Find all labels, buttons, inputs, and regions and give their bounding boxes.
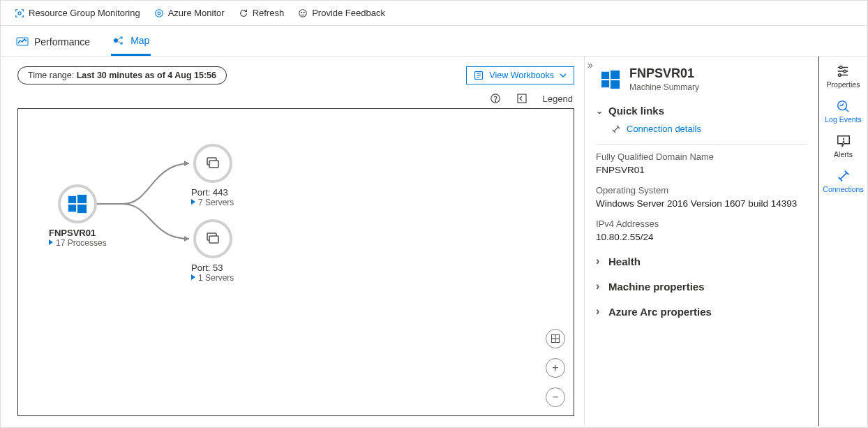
section-title: Quick links	[608, 105, 664, 117]
cmd-label: Provide Feedback	[312, 8, 385, 18]
section-title: Machine properties	[608, 281, 705, 293]
map-area: Time range: Last 30 minutes as of 4 Aug …	[1, 57, 584, 426]
map-node-root[interactable]: FNPSVR01 17 Processes	[49, 184, 107, 248]
refresh-icon	[239, 8, 248, 18]
link-label: Connection details	[627, 124, 701, 134]
label-fqdn: Fully Qualified Domain Name	[596, 152, 807, 162]
cmd-label: Refresh	[253, 8, 285, 18]
collapse-panel-icon[interactable]: »	[588, 59, 593, 71]
cmd-label: Resource Group Monitoring	[29, 8, 140, 18]
svg-point-42	[843, 142, 844, 142]
value-fqdn: FNPSVR01	[596, 165, 807, 175]
svg-rect-29	[601, 71, 609, 78]
svg-rect-30	[611, 70, 620, 78]
workbook-icon	[474, 71, 484, 80]
log-icon	[835, 98, 851, 114]
map-canvas[interactable]: FNPSVR01 17 Processes Port: 443 7 Server…	[17, 108, 574, 416]
rail-label: Properties	[827, 80, 860, 89]
rail-alerts[interactable]: Alerts	[834, 133, 853, 158]
svg-marker-16	[184, 161, 189, 166]
time-range-picker[interactable]: Time range: Last 30 minutes as of 4 Aug …	[17, 66, 227, 84]
cmd-azure-monitor[interactable]: Azure Monitor	[154, 8, 225, 18]
rail-label: Log Events	[825, 115, 862, 124]
svg-rect-18	[68, 196, 76, 203]
value-os: Windows Server 2016 Version 1607 build 1…	[596, 198, 807, 209]
section-machine-properties[interactable]: Machine properties	[596, 280, 807, 293]
performance-icon	[16, 36, 29, 48]
svg-point-3	[299, 9, 307, 17]
workbooks-label: View Workbooks	[489, 71, 554, 80]
legend-label: Legend	[543, 94, 573, 104]
svg-rect-23	[209, 161, 218, 168]
map-node-port-53[interactable]: Port: 53 1 Servers	[191, 219, 234, 283]
node-sub: 17 Processes	[49, 238, 107, 248]
node-title: Port: 443	[191, 187, 234, 198]
rail-log-events[interactable]: Log Events	[825, 98, 862, 124]
alert-icon	[836, 133, 851, 149]
map-zoom-controls: + −	[546, 329, 565, 407]
connection-icon	[611, 124, 621, 134]
svg-line-10	[118, 38, 121, 40]
zoom-fit-button[interactable]	[546, 329, 565, 348]
section-title: Health	[608, 256, 641, 267]
tab-performance[interactable]: Performance	[15, 33, 91, 55]
svg-rect-21	[77, 205, 87, 213]
value-ip: 10.80.2.55/24	[596, 232, 807, 242]
tab-bar: Performance Map	[1, 26, 867, 57]
svg-point-14	[495, 101, 495, 101]
svg-line-11	[118, 41, 121, 43]
view-workbooks-button[interactable]: View Workbooks	[466, 66, 574, 84]
svg-point-1	[155, 9, 163, 17]
map-edges	[18, 109, 574, 415]
map-icon	[112, 34, 125, 47]
tab-label: Map	[130, 35, 149, 46]
cmd-feedback[interactable]: Provide Feedback	[298, 8, 385, 18]
rail-label: Connections	[823, 185, 863, 193]
rail-label: Alerts	[834, 150, 853, 158]
collapse-icon[interactable]	[516, 93, 527, 104]
command-bar: Resource Group Monitoring Azure Monitor …	[1, 1, 867, 26]
svg-point-0	[18, 11, 21, 14]
svg-point-38	[839, 74, 841, 77]
tab-map[interactable]: Map	[111, 31, 151, 56]
panel-title: FNPSVR01	[629, 66, 699, 81]
servers-icon	[204, 155, 221, 172]
zoom-in-button[interactable]: +	[546, 358, 565, 378]
node-sub: 1 Servers	[191, 273, 234, 283]
section-azure-arc-properties[interactable]: Azure Arc properties	[596, 305, 807, 318]
time-range-label: Time range:	[28, 71, 77, 80]
svg-point-36	[840, 66, 843, 69]
svg-point-5	[304, 12, 304, 13]
svg-line-40	[846, 109, 849, 112]
divider	[596, 144, 807, 145]
panel-subtitle: Machine Summary	[629, 82, 699, 92]
svg-point-9	[120, 42, 123, 45]
link-connection-details[interactable]: Connection details	[611, 124, 807, 134]
zoom-out-button[interactable]: −	[546, 388, 565, 407]
tab-label: Performance	[34, 36, 90, 47]
svg-rect-20	[68, 205, 76, 212]
svg-marker-17	[184, 236, 189, 242]
node-title: Port: 53	[191, 263, 234, 273]
cmd-resource-group-monitoring[interactable]: Resource Group Monitoring	[15, 8, 140, 18]
help-icon[interactable]	[490, 93, 501, 104]
servers-icon	[204, 230, 221, 247]
label-ip: IPv4 Addresses	[596, 219, 807, 229]
time-range-value: Last 30 minutes as of 4 Aug 15:56	[77, 71, 216, 80]
node-title: FNPSVR01	[49, 228, 107, 238]
smiley-icon	[298, 8, 308, 18]
cmd-label: Azure Monitor	[168, 8, 225, 18]
svg-rect-25	[209, 236, 218, 243]
node-sub: 7 Servers	[191, 198, 234, 207]
cmd-refresh[interactable]: Refresh	[239, 8, 285, 18]
section-health[interactable]: Health	[596, 255, 807, 267]
svg-rect-19	[77, 195, 87, 203]
rail-connections[interactable]: Connections	[823, 168, 863, 193]
rail-properties[interactable]: Properties	[827, 64, 860, 89]
section-quick-links[interactable]: ⌄ Quick links	[596, 105, 807, 117]
map-node-port-443[interactable]: Port: 443 7 Servers	[191, 144, 234, 207]
chevron-down-icon: ⌄	[596, 106, 603, 116]
svg-point-7	[114, 38, 118, 43]
focus-icon	[15, 8, 24, 18]
sliders-icon	[835, 64, 851, 79]
